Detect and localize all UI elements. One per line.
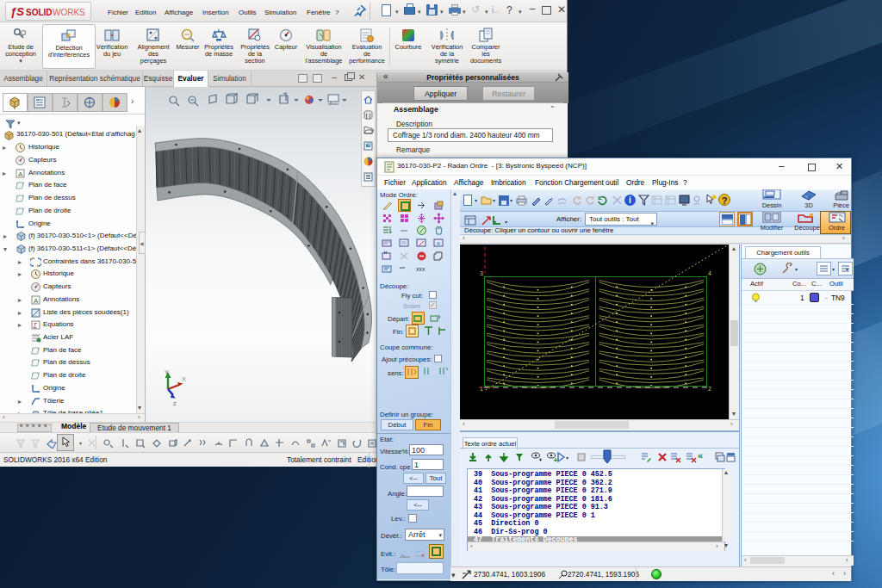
svg-text:2: 2	[708, 386, 711, 392]
svg-text:3: 3	[480, 270, 483, 276]
svg-text:Σ: Σ	[33, 322, 38, 330]
svg-text:“”: “”	[400, 265, 405, 274]
svg-text:X: X	[182, 376, 186, 382]
svg-text:A: A	[34, 297, 39, 305]
svg-text:A: A	[18, 170, 23, 178]
svg-text:4: 4	[708, 270, 711, 276]
svg-text:xxx: xxx	[416, 266, 425, 272]
svg-text:1: 1	[480, 386, 483, 392]
svg-text:Z: Z	[173, 401, 177, 406]
